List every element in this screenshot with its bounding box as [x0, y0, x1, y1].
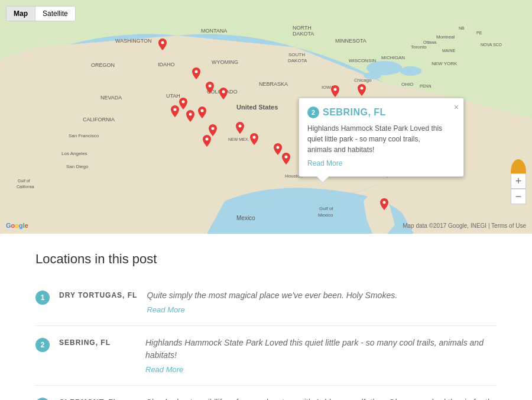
- map-type-map-button[interactable]: Map: [7, 7, 35, 21]
- svg-point-68: [383, 201, 386, 204]
- svg-text:SOUTH: SOUTH: [288, 52, 305, 57]
- svg-text:NEW MEX.: NEW MEX.: [228, 137, 249, 141]
- svg-point-47: [195, 70, 198, 73]
- google-logo: Google: [6, 222, 28, 229]
- google-logo-e: e: [25, 222, 28, 229]
- svg-text:MINNESOTA: MINNESOTA: [335, 38, 366, 44]
- svg-point-2: [400, 66, 421, 76]
- svg-text:NOVA SCO: NOVA SCO: [481, 43, 502, 47]
- svg-text:NEW YORK: NEW YORK: [432, 61, 458, 66]
- map-pin[interactable]: [236, 122, 244, 134]
- map-pin[interactable]: [331, 85, 339, 97]
- svg-text:Chicago: Chicago: [354, 78, 372, 83]
- svg-text:WYOMING: WYOMING: [212, 59, 238, 65]
- svg-text:UTAH: UTAH: [166, 93, 180, 99]
- svg-text:Montreal: Montreal: [436, 34, 455, 40]
- list-item: 3 CLERMONT, FL Checked out a wildlife re…: [35, 386, 497, 400]
- svg-text:NORTH: NORTH: [293, 25, 312, 31]
- svg-text:IDAHO: IDAHO: [158, 62, 175, 67]
- svg-text:San Francisco: San Francisco: [69, 133, 99, 138]
- svg-text:OHIO: OHIO: [401, 82, 413, 87]
- location-name-1: DRY TORTUGAS, FL: [59, 291, 137, 299]
- svg-text:CALIFORNIA: CALIFORNIA: [83, 117, 115, 122]
- svg-point-49: [222, 91, 225, 93]
- svg-text:California: California: [17, 185, 34, 189]
- svg-point-56: [212, 127, 215, 130]
- map-pin[interactable]: [206, 82, 214, 93]
- map-popup-title: 2 SEBRING, FL: [307, 107, 446, 118]
- svg-text:Mexico: Mexico: [236, 215, 255, 221]
- svg-point-50: [182, 101, 185, 104]
- list-item: 1 DRY TORTUGAS, FL Quite simply the most…: [35, 279, 497, 326]
- svg-text:United States: United States: [236, 104, 278, 111]
- location-content-2: Highlands Hammock State Park Loved this …: [145, 337, 497, 375]
- map-pin[interactable]: [192, 67, 200, 79]
- svg-text:Gulf of: Gulf of: [319, 206, 333, 211]
- location-badge-1: 1: [35, 291, 50, 305]
- svg-point-52: [189, 113, 192, 116]
- map-pin[interactable]: [203, 135, 211, 147]
- map-popup-number: 2: [307, 107, 319, 118]
- svg-text:Ottawa: Ottawa: [423, 40, 436, 44]
- svg-text:WASHINGTON: WASHINGTON: [115, 38, 152, 44]
- svg-text:MONTANA: MONTANA: [201, 28, 227, 34]
- svg-point-53: [201, 109, 204, 112]
- svg-text:NEBRASKA: NEBRASKA: [259, 81, 288, 87]
- svg-text:PENN: PENN: [420, 84, 431, 88]
- svg-point-51: [174, 108, 177, 111]
- map-pin[interactable]: [171, 105, 179, 117]
- svg-point-46: [161, 41, 164, 44]
- location-description-2: Highlands Hammock State Park Loved this …: [145, 337, 497, 362]
- map-pin[interactable]: [186, 110, 194, 122]
- location-description-1: Quite simply the most magical place we'v…: [147, 289, 497, 302]
- svg-point-57: [206, 138, 209, 141]
- location-description-3: Checked out a wildlife refuge and met up…: [145, 396, 497, 400]
- map-pin[interactable]: [219, 88, 228, 99]
- svg-point-48: [209, 85, 212, 88]
- svg-text:DAKOTA: DAKOTA: [288, 58, 307, 63]
- map-popup: × 2 SEBRING, FL Highlands Hammock State …: [299, 98, 464, 177]
- svg-point-61: [285, 156, 288, 159]
- map-pin[interactable]: [209, 124, 217, 136]
- map-type-controls: Map Satellite: [6, 6, 76, 21]
- svg-text:MICHIGAN: MICHIGAN: [381, 55, 405, 60]
- map-zoom-controls: + −: [511, 173, 526, 204]
- svg-text:NEVADA: NEVADA: [100, 95, 122, 101]
- svg-text:Los Angeles: Los Angeles: [61, 151, 87, 156]
- location-read-more-1[interactable]: Read More: [147, 305, 184, 314]
- map-pin[interactable]: [179, 98, 187, 109]
- svg-point-54: [334, 88, 337, 91]
- map-popup-description: Highlands Hammock State Park Loved this …: [307, 123, 446, 155]
- map-pin[interactable]: [282, 153, 290, 164]
- map-zoom-out-button[interactable]: −: [511, 189, 526, 204]
- list-item: 2 SEBRING, FL Highlands Hammock State Pa…: [35, 326, 497, 386]
- map-popup-close-button[interactable]: ×: [454, 103, 459, 111]
- svg-text:Toronto: Toronto: [411, 44, 427, 50]
- locations-section: Locations in this post 1 DRY TORTUGAS, F…: [0, 234, 532, 400]
- svg-point-69: [515, 160, 521, 166]
- location-read-more-2[interactable]: Read More: [145, 365, 183, 374]
- location-content-3: Checked out a wildlife refuge and met up…: [145, 396, 497, 400]
- svg-text:PE: PE: [476, 31, 482, 35]
- map-pin[interactable]: [250, 133, 258, 145]
- svg-text:NB: NB: [459, 26, 465, 30]
- map-pin[interactable]: [358, 84, 366, 96]
- svg-text:San Diego: San Diego: [66, 164, 89, 169]
- svg-text:Gulf of: Gulf of: [18, 179, 30, 183]
- svg-text:DAKOTA: DAKOTA: [293, 31, 314, 37]
- map-pin[interactable]: [274, 143, 282, 155]
- svg-text:OREGON: OREGON: [91, 62, 115, 68]
- map-type-satellite-button[interactable]: Satellite: [35, 7, 75, 21]
- locations-title: Locations in this post: [35, 251, 497, 267]
- svg-text:MAINE: MAINE: [442, 49, 456, 53]
- map-pin[interactable]: [380, 198, 388, 210]
- map-container: WASHINGTON MONTANA NORTH DAKOTA MINNESOT…: [0, 0, 532, 234]
- map-pin[interactable]: [158, 38, 167, 50]
- map-popup-read-more-link[interactable]: Read More: [307, 159, 342, 167]
- svg-text:WISCONSIN: WISCONSIN: [349, 58, 376, 63]
- svg-text:Mexico: Mexico: [318, 212, 333, 218]
- svg-point-60: [277, 146, 280, 149]
- location-content-1: Quite simply the most magical place we'v…: [147, 289, 497, 315]
- map-pin[interactable]: [198, 107, 206, 118]
- map-zoom-in-button[interactable]: +: [511, 173, 526, 189]
